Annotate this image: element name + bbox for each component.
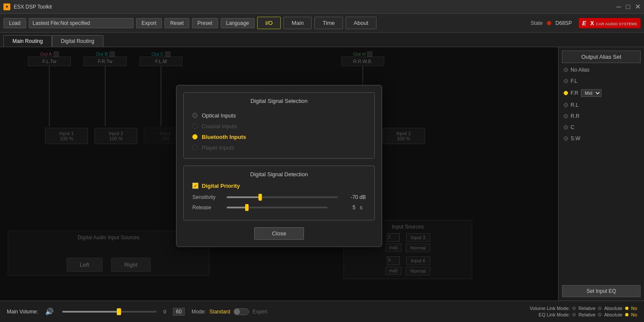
dss-optical[interactable]: Optical Inputs <box>192 110 366 121</box>
alias-fr-radio[interactable] <box>564 91 568 95</box>
window-controls: ─ □ ✕ <box>616 4 641 10</box>
volume-link-row: Volume Link Mode: Relative Absolute No <box>527 306 637 311</box>
digital-priority-checkbox[interactable]: ✓ <box>192 183 198 189</box>
vol-no-label: No <box>631 306 637 311</box>
set-input-eq-button[interactable]: Set Input EQ <box>562 285 641 297</box>
alias-c[interactable]: C <box>562 123 641 132</box>
dss-title: Digital Signal Selection <box>192 98 366 104</box>
alias-fr-dropdown[interactable]: Mid Tw Wf <box>581 89 601 97</box>
eq-absolute-radio[interactable] <box>598 313 601 316</box>
state-label: State <box>531 20 543 26</box>
dss-bluetooth[interactable]: Bluetooth Inputs <box>192 132 366 142</box>
dss-coaxial[interactable]: Coaxial Inputs <box>192 121 366 132</box>
release-label: Release <box>192 205 222 211</box>
alias-rr-radio[interactable] <box>564 114 568 118</box>
dss-player-label: Player Inputs <box>202 144 234 151</box>
preset-button[interactable]: Preset <box>192 18 218 28</box>
vol-value: 60 <box>173 308 185 316</box>
state-indicator <box>547 21 551 25</box>
main-button[interactable]: Main <box>283 17 312 29</box>
dss-player[interactable]: Player Inputs <box>192 142 366 153</box>
alias-rr-label: R.R <box>571 113 580 119</box>
sensitivity-slider[interactable] <box>227 196 338 198</box>
sensitivity-thumb[interactable] <box>258 194 262 201</box>
alias-fl[interactable]: F.L <box>562 77 641 85</box>
dss-panel: Digital Signal Selection Optical Inputs … <box>183 92 375 159</box>
reset-button[interactable]: Reset <box>164 18 189 28</box>
digital-signal-modal: Digital Signal Selection Optical Inputs … <box>176 85 382 247</box>
vol-no-radio[interactable] <box>625 307 629 310</box>
close-button[interactable]: Close <box>254 227 304 240</box>
alias-no-alias-radio[interactable] <box>564 68 568 72</box>
tab-digital-routing[interactable]: Digital Routing <box>52 35 103 47</box>
load-button[interactable]: Load <box>3 18 26 28</box>
mode-label: Mode: <box>191 309 206 315</box>
dss-bluetooth-radio[interactable] <box>192 134 197 139</box>
link-section: Volume Link Mode: Relative Absolute No E… <box>527 306 637 317</box>
dss-optical-radio[interactable] <box>192 113 197 118</box>
io-button[interactable]: I/O <box>257 17 281 29</box>
statusbar: Main Volume: 🔊 0 60 Mode: Standard Exper… <box>0 301 644 322</box>
alias-c-radio[interactable] <box>564 125 568 129</box>
release-unit: s <box>360 205 366 211</box>
tab-main-routing[interactable]: Main Routing <box>3 35 52 47</box>
vol-relative-radio[interactable] <box>572 307 576 310</box>
dsd-title: Digital Signal Detection <box>192 171 366 178</box>
about-button[interactable]: About <box>346 17 377 29</box>
alias-sw[interactable]: S.W <box>562 134 641 143</box>
alias-fr[interactable]: F.R Mid Tw Wf <box>562 88 641 98</box>
mode-section: Mode: Standard Expert <box>191 308 267 315</box>
alias-rl-radio[interactable] <box>564 103 568 107</box>
volume-icon: 🔊 <box>45 307 54 316</box>
minimize-button[interactable]: ─ <box>616 4 622 10</box>
alias-sw-radio[interactable] <box>564 136 568 141</box>
volume-slider[interactable] <box>62 311 157 313</box>
alias-fl-radio[interactable] <box>564 79 568 83</box>
alias-no-alias[interactable]: No Alias <box>562 66 641 74</box>
dss-optical-label: Optical Inputs <box>202 112 236 119</box>
alias-fl-label: F.L <box>571 78 577 84</box>
vol-min: 0 <box>164 309 166 314</box>
close-button[interactable]: ✕ <box>635 4 641 10</box>
alias-rr[interactable]: R.R <box>562 112 641 120</box>
sensitivity-label: Sensitivity <box>192 194 222 200</box>
eq-no-radio[interactable] <box>625 313 629 316</box>
volume-thumb[interactable] <box>117 308 121 315</box>
sensitivity-row: Sensitivity -70 dB <box>192 194 366 200</box>
toolbar: Load Lastest File:Not specified Export R… <box>0 14 644 33</box>
alias-c-label: C <box>571 124 574 130</box>
maximize-button[interactable]: □ <box>625 4 631 10</box>
language-button[interactable]: Language <box>221 18 255 28</box>
alias-sw-label: S.W <box>571 135 580 141</box>
export-button[interactable]: Export <box>136 18 162 28</box>
vol-relative-label: Relative <box>578 306 595 311</box>
eq-link-label: EQ Link Mode: <box>527 312 570 317</box>
vol-absolute-radio[interactable] <box>598 307 601 310</box>
digital-priority-row: ✓ Digital Priority <box>192 183 366 189</box>
volume-link-label: Volume Link Mode: <box>527 306 570 311</box>
alias-no-alias-label: No Alias <box>571 67 589 73</box>
toggle-knob <box>234 309 240 315</box>
eq-absolute-label: Absolute <box>604 312 623 317</box>
mode-toggle[interactable] <box>234 308 249 315</box>
release-slider[interactable] <box>227 207 328 208</box>
time-button[interactable]: Time <box>314 17 343 29</box>
vol-label: Main Volume: <box>7 309 38 315</box>
eq-link-row: EQ Link Mode: Relative Absolute No <box>527 312 637 317</box>
routing-area: Out A F.L.Tw Out B F.R.Tw Out C <box>0 47 558 301</box>
dss-bluetooth-label: Bluetooth Inputs <box>202 134 246 140</box>
titlebar: ✦ ESX DSP Toolkit ─ □ ✕ <box>0 0 644 14</box>
release-thumb[interactable] <box>245 204 249 211</box>
dss-coaxial-radio[interactable] <box>192 123 197 129</box>
volume-fill <box>62 311 119 313</box>
alias-rl[interactable]: R.L <box>562 101 641 109</box>
sensitivity-value: -70 dB <box>342 194 366 200</box>
alias-rl-label: R.L <box>571 102 579 108</box>
eq-relative-label: Relative <box>578 312 595 317</box>
eq-no-label: No <box>631 312 637 317</box>
dss-coaxial-label: Coaxial Inputs <box>202 123 237 129</box>
mode-expert: Expert <box>252 309 267 315</box>
dss-player-radio[interactable] <box>192 145 197 150</box>
eq-relative-radio[interactable] <box>572 313 576 316</box>
app-icon: ✦ <box>3 3 10 10</box>
